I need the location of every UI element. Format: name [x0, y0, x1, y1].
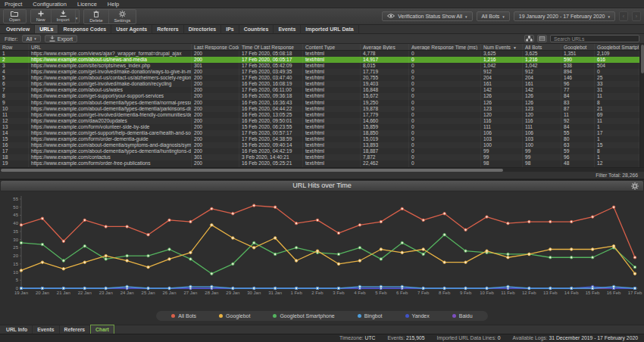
table-row[interactable]: 19https://www.example.com/form/order-fre… [0, 160, 639, 166]
bottom-tab-chart[interactable]: Chart [90, 325, 114, 334]
table-row[interactable]: 4https://www.example.com/get-involved/ma… [0, 69, 639, 75]
new-button[interactable]: New [31, 10, 52, 23]
main-tabs: OverviewURLsResponse CodesUser AgentsRef… [0, 25, 644, 34]
tab-ips[interactable]: IPs [221, 25, 239, 33]
tab-referers[interactable]: Referers [152, 25, 183, 33]
table-cell: 20,755 [361, 75, 409, 81]
list-view-button[interactable] [537, 35, 547, 42]
table-row[interactable]: 3https://www.example.com/site/scripts/ne… [0, 63, 639, 69]
svg-text:50: 50 [13, 205, 18, 210]
bottom-tab-referers[interactable]: Referers [60, 325, 91, 334]
tree-view-button[interactable] [524, 35, 534, 42]
tab-user-agents[interactable]: User Agents [111, 25, 152, 33]
column-header-url[interactable]: URL [29, 44, 192, 50]
table-cell: https://www.example.com/get-involved/mak… [29, 69, 192, 75]
table-cell: 301 [192, 63, 239, 69]
table-cell: 0 [409, 160, 481, 166]
export-button[interactable]: Export [45, 35, 77, 42]
tab-overview[interactable]: Overview [2, 25, 35, 33]
import-dropdown-caret[interactable]: ▾ [76, 16, 78, 20]
vertical-scrollbar[interactable] [639, 44, 644, 167]
date-next-button[interactable]: › [632, 11, 641, 21]
column-header-googlebot-smartphone[interactable]: Googlebot Smartphone [595, 44, 639, 50]
tab-urls[interactable]: URLs [35, 25, 58, 33]
table-row[interactable]: 16https://www.example.com/about-dementia… [0, 142, 639, 148]
table-cell: text/html [303, 136, 361, 142]
column-header-average-response-time-ms[interactable]: Average Response Time (ms) [409, 44, 481, 50]
bottom-tab-events[interactable]: Events [33, 325, 59, 334]
table-row[interactable]: 15https://www.example.com/form/order-dem… [0, 136, 639, 142]
filter-dropdown[interactable]: All ▾ [22, 35, 41, 42]
date-range-dropdown[interactable]: 19 January 2020 - 17 February 2020 ▾ [514, 11, 615, 21]
table-cell: https://www.example.com/get-involved/dem… [29, 112, 192, 118]
table-row[interactable]: 9https://www.example.com/about-dementia/… [0, 100, 639, 106]
horizontal-scrollbar[interactable] [0, 167, 644, 172]
table-cell: 200 [192, 106, 239, 112]
tab-countries[interactable]: Countries [239, 25, 274, 33]
table-row[interactable]: 17https://www.example.com/about-dementia… [0, 148, 639, 154]
legend-item-googlebot[interactable]: Googlebot [219, 313, 250, 319]
tab-directories[interactable]: Directories [184, 25, 222, 33]
column-header-time-of-last-response[interactable]: Time Of Last Response [239, 44, 303, 50]
table-row[interactable]: 18https://www.example.com/contactus3013 … [0, 154, 639, 160]
table-row[interactable]: 11https://www.example.com/get-involved/d… [0, 112, 639, 118]
column-header-row[interactable]: Row [0, 44, 29, 50]
legend-item-all-bots[interactable]: All Bots [171, 313, 196, 319]
table-cell: 99 [481, 154, 523, 160]
table-cell: 200 [192, 124, 239, 130]
menu-help[interactable]: Help [108, 1, 119, 8]
delete-button[interactable]: Delete [84, 10, 108, 23]
legend-item-bingbot[interactable]: Bingbot [358, 313, 383, 319]
column-header-num-events[interactable]: Num Events▼ [481, 44, 523, 50]
menu-licence[interactable]: Licence [77, 1, 97, 8]
import-button[interactable]: Import [52, 10, 76, 23]
chart-panel: URL Hits over Time 051015202530354045505… [0, 179, 644, 325]
chevron-down-icon: ▾ [608, 14, 610, 19]
legend-item-yandex[interactable]: Yandex [405, 313, 430, 319]
column-header-last-response-code[interactable]: Last Response Code [192, 44, 239, 50]
table-row[interactable]: 5https://www.example.com/about-us/contac… [0, 75, 639, 81]
vertical-scrollbar-thumb[interactable] [641, 45, 644, 73]
table-cell: https://www.example.com/about-us/news-an… [29, 57, 192, 63]
svg-text:4 Feb: 4 Feb [354, 291, 366, 295]
search-input[interactable] [550, 35, 639, 42]
column-header-average-bytes[interactable]: Average Bytes [361, 44, 409, 50]
export-label: Export [58, 36, 73, 42]
table-row[interactable]: 7https://www.example.com/about-us/wales2… [0, 87, 639, 93]
legend-item-googlebot-smartphone[interactable]: Googlebot Smartphone [273, 313, 334, 319]
table-cell: 200 [192, 112, 239, 118]
column-header-googlebot[interactable]: Googlebot [561, 44, 595, 50]
table-row[interactable]: 1https://www.example.com/views/ajax?_wra… [0, 51, 639, 57]
chart-settings-gear-icon[interactable] [631, 182, 639, 191]
svg-text:15: 15 [13, 262, 18, 266]
legend-item-baidu[interactable]: Baidu [452, 313, 473, 319]
table-row[interactable]: 6https://www.example.com/get-involved/ma… [0, 81, 639, 87]
open-button[interactable]: Open [4, 10, 26, 23]
chart-plot-area: 051015202530354045505519 Jan20 Jan21 Jan… [0, 191, 644, 307]
table-row[interactable]: 10https://www.example.com/about-dementia… [0, 106, 639, 112]
column-header-content-type[interactable]: Content Type [303, 44, 361, 50]
table-row[interactable]: 14https://www.example.com/get-support/he… [0, 130, 639, 136]
svg-text:23 Jan: 23 Jan [99, 291, 113, 295]
settings-button[interactable]: Settings [109, 10, 136, 23]
verification-status-dropdown[interactable]: Verification Status Show All ▾ [382, 11, 472, 21]
table-row[interactable]: 2https://www.example.com/about-us/news-a… [0, 57, 639, 63]
table-cell: 0 [409, 148, 481, 154]
bottom-tab-url-info[interactable]: URL Info [2, 325, 33, 334]
table-row[interactable]: 8https://www.example.com/get-support/you… [0, 93, 639, 99]
bots-filter-dropdown[interactable]: All Bots ▾ [477, 11, 510, 21]
menu-configuration[interactable]: Configuration [33, 1, 67, 8]
menu-project[interactable]: Project [5, 1, 22, 8]
settings-label: Settings [114, 18, 131, 23]
status-value: UTC [364, 335, 375, 340]
table-row[interactable]: 12https://www.example.com/daw2020updates… [0, 118, 639, 124]
date-prev-button[interactable]: ‹ [619, 11, 628, 21]
horizontal-scrollbar-thumb[interactable] [1, 169, 503, 172]
table-row[interactable]: 13https://www.example.com/form/volunteer… [0, 124, 639, 130]
tab-response-codes[interactable]: Response Codes [58, 25, 111, 33]
legend-dot-icon [452, 314, 456, 318]
table-cell: 16 Feb 2020, 05:25:21 [239, 160, 303, 166]
tab-events[interactable]: Events [274, 25, 301, 33]
column-header-all-bots[interactable]: All Bots [523, 44, 561, 50]
tab-imported-url-data[interactable]: Imported URL Data [301, 25, 358, 33]
